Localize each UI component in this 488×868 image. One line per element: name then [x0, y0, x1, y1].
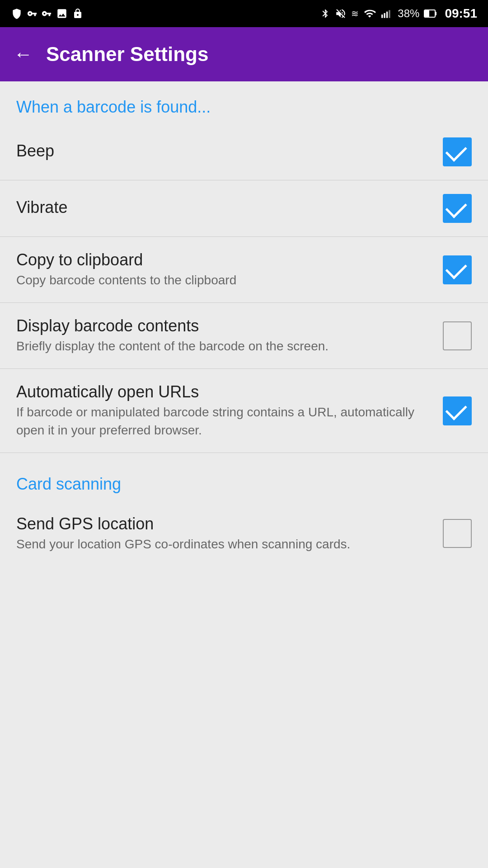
status-icons-left: [11, 8, 83, 19]
copy-clipboard-title: Copy to clipboard: [16, 250, 429, 269]
settings-content: When a barcode is found... Beep Vibrate …: [0, 81, 488, 868]
svg-rect-3: [389, 10, 390, 18]
display-barcode-checkbox[interactable]: [443, 321, 472, 350]
settings-item-vibrate[interactable]: Vibrate: [0, 180, 488, 237]
auto-open-urls-subtitle: If barcode or manipulated barcode string…: [16, 403, 429, 439]
settings-item-send-gps[interactable]: Send GPS location Send your location GPS…: [0, 501, 488, 566]
lock-icon: [72, 8, 83, 19]
image-icon: [56, 8, 68, 19]
auto-open-urls-checkbox[interactable]: [443, 396, 472, 425]
battery-percentage: 38%: [398, 7, 419, 20]
vibrate-title: Vibrate: [16, 198, 429, 217]
vibrate-icon: ≋: [351, 8, 359, 19]
shield-icon: [11, 8, 23, 19]
battery-icon: [424, 9, 437, 18]
wifi-icon: [363, 8, 376, 19]
svg-rect-2: [386, 12, 388, 18]
section-header-barcode: When a barcode is found...: [0, 81, 488, 124]
settings-item-copy-clipboard[interactable]: Copy to clipboard Copy barcode contents …: [0, 237, 488, 303]
svg-rect-6: [425, 10, 429, 17]
settings-item-display-barcode[interactable]: Display barcode contents Briefly display…: [0, 303, 488, 369]
bluetooth-icon: [320, 8, 330, 19]
section-header-card-scanning: Card scanning: [0, 453, 488, 501]
svg-rect-5: [435, 12, 436, 15]
mute-icon: [335, 8, 347, 19]
page-title: Scanner Settings: [46, 43, 208, 66]
auto-open-urls-title: Automatically open URLs: [16, 382, 429, 401]
vibrate-checkbox[interactable]: [443, 194, 472, 223]
status-bar: ≋ 38% 09:51: [0, 0, 488, 27]
app-bar: ← Scanner Settings: [0, 27, 488, 81]
svg-rect-0: [381, 14, 383, 18]
key2-icon: [42, 9, 52, 19]
back-button[interactable]: ←: [14, 43, 33, 65]
beep-checkbox[interactable]: [443, 137, 472, 166]
signal-icon: [380, 8, 393, 19]
copy-clipboard-subtitle: Copy barcode contents to the clipboard: [16, 271, 429, 289]
settings-item-auto-open-urls[interactable]: Automatically open URLs If barcode or ma…: [0, 369, 488, 453]
beep-title: Beep: [16, 142, 429, 160]
display-barcode-title: Display barcode contents: [16, 316, 429, 335]
send-gps-title: Send GPS location: [16, 514, 429, 533]
settings-item-beep[interactable]: Beep: [0, 124, 488, 180]
key1-icon: [27, 9, 37, 19]
copy-clipboard-checkbox[interactable]: [443, 255, 472, 284]
send-gps-subtitle: Send your location GPS co-ordinates when…: [16, 535, 429, 553]
status-icons-right: ≋ 38% 09:51: [320, 6, 477, 21]
send-gps-checkbox[interactable]: [443, 519, 472, 548]
status-time: 09:51: [445, 6, 477, 21]
svg-rect-1: [384, 13, 385, 18]
display-barcode-subtitle: Briefly display the content of the barco…: [16, 337, 429, 355]
